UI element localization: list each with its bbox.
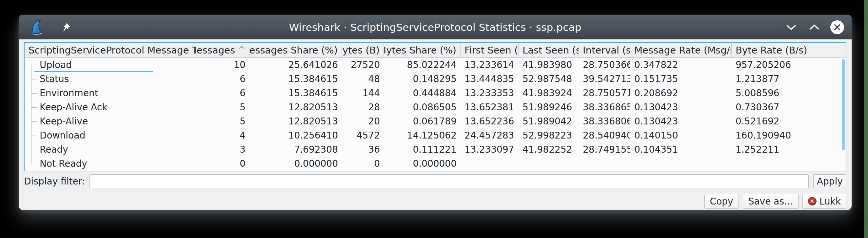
value-cell: 41.983980 xyxy=(519,58,579,72)
value-cell: 0.730367 xyxy=(732,100,841,114)
apply-button[interactable]: Apply xyxy=(813,174,846,188)
value-cell: 1.252211 xyxy=(732,142,841,157)
close-icon xyxy=(830,20,844,34)
column-header-label: ScriptingServiceProtocol Message Type xyxy=(29,45,195,56)
column-header-bytes-share[interactable]: Bytes Share (%) xyxy=(384,43,461,57)
value-cell: 12.820513 xyxy=(249,100,342,114)
column-header-label: Messages Share (%) xyxy=(249,45,338,56)
value-cell: 15.384615 xyxy=(249,86,342,100)
message-type-cell: Status xyxy=(25,72,195,86)
value-cell: 52.987548 xyxy=(519,72,579,86)
value-cell xyxy=(579,157,630,171)
value-cell: 13.444835 xyxy=(461,72,519,86)
value-cell: 0 xyxy=(342,157,384,171)
close-dialog-button[interactable]: ✕ Lukk xyxy=(802,194,846,209)
value-cell: 6 xyxy=(195,86,249,100)
save-as-button[interactable]: Save as... xyxy=(743,194,799,209)
value-cell: 0.208692 xyxy=(630,86,732,100)
table-row-environment[interactable]: Environment615.3846151440.44488413.23335… xyxy=(25,86,841,100)
value-cell: 160.190940 xyxy=(732,128,841,142)
scrollbar-handle[interactable] xyxy=(842,59,845,150)
column-header-label: Messages xyxy=(195,45,235,56)
value-cell xyxy=(732,157,841,171)
value-cell: 27520 xyxy=(342,58,384,72)
column-header-byte-rate-b-s[interactable]: Byte Rate (B/s) xyxy=(732,43,846,57)
value-cell: 0 xyxy=(195,157,249,171)
display-filter-row: Display filter: Apply xyxy=(24,174,846,188)
value-cell: 0.130423 xyxy=(630,114,732,128)
message-type-cell: Not Ready xyxy=(25,157,195,171)
value-cell: 41.983924 xyxy=(519,86,579,100)
value-cell: 5.008596 xyxy=(732,86,841,100)
value-cell: 15.384615 xyxy=(249,72,342,86)
value-cell xyxy=(519,157,579,171)
value-cell: 0.086505 xyxy=(384,100,461,114)
value-cell: 48 xyxy=(342,72,384,86)
value-cell: 0.347822 xyxy=(630,58,732,72)
value-cell: 28.750571 xyxy=(579,86,630,100)
value-cell: 4 xyxy=(195,128,249,142)
dialog-close-icon: ✕ xyxy=(808,197,816,206)
value-cell: 0.148295 xyxy=(384,72,461,86)
display-filter-label: Display filter: xyxy=(24,176,85,187)
value-cell: 28 xyxy=(342,100,384,114)
value-cell: 0.130423 xyxy=(630,100,732,114)
copy-button[interactable]: Copy xyxy=(705,194,739,209)
column-header-scriptingserviceprotocol-message-type[interactable]: ScriptingServiceProtocol Message Type xyxy=(25,43,195,57)
value-cell: 0.104351 xyxy=(630,142,732,157)
dialog-content: ScriptingServiceProtocol Message TypeMes… xyxy=(19,39,851,210)
value-cell: 13.233614 xyxy=(461,58,519,72)
table-row-ready[interactable]: Ready37.692308360.11122113.23309741.9822… xyxy=(25,142,841,157)
column-header-interval-s[interactable]: Interval (s) xyxy=(579,43,630,57)
value-cell: 36 xyxy=(342,142,384,157)
column-header-label: Interval (s) xyxy=(583,45,630,56)
column-header-messages-share[interactable]: Messages Share (%) xyxy=(249,43,342,57)
statistics-table: ScriptingServiceProtocol Message TypeMes… xyxy=(24,42,846,171)
column-header-message-rate-msg-s[interactable]: Message Rate (Msg/s) xyxy=(630,43,732,57)
table-rows: Upload1025.6410262752085.02224413.233614… xyxy=(25,58,841,171)
chevron-up-icon xyxy=(809,24,820,31)
display-filter-input[interactable] xyxy=(90,174,809,188)
close-window-button[interactable] xyxy=(830,20,844,34)
value-cell: 10.256410 xyxy=(249,128,342,142)
value-cell: 20 xyxy=(342,114,384,128)
value-cell: 38.336806 xyxy=(579,114,630,128)
value-cell: 51.989042 xyxy=(519,114,579,128)
message-type-cell: Upload xyxy=(25,58,195,72)
maximize-button[interactable] xyxy=(807,20,822,34)
value-cell: 14.125062 xyxy=(384,128,461,142)
value-cell: 28.750366 xyxy=(579,58,630,72)
table-row-upload[interactable]: Upload1025.6410262752085.02224413.233614… xyxy=(25,58,841,72)
column-header-bytes-b[interactable]: Bytes (B) xyxy=(342,43,384,57)
vertical-scrollbar[interactable] xyxy=(841,58,846,171)
sort-ascending-indicator: ^ xyxy=(238,45,245,54)
value-cell: 957.205206 xyxy=(732,58,841,72)
column-header-first-seen-s[interactable]: First Seen (s) xyxy=(461,43,519,57)
minimize-button[interactable] xyxy=(784,20,799,34)
value-cell: 0.061789 xyxy=(384,114,461,128)
table-header-row: ScriptingServiceProtocol Message TypeMes… xyxy=(25,43,846,58)
value-cell: 25.641026 xyxy=(249,58,342,72)
close-dialog-label: Lukk xyxy=(819,196,841,207)
table-row-download[interactable]: Download410.256410457214.12506224.457283… xyxy=(25,128,841,142)
table-row-keep-alive-ack[interactable]: Keep-Alive Ack512.820513280.08650513.652… xyxy=(25,100,841,114)
message-type-cell: Download xyxy=(25,128,195,142)
value-cell: 51.989246 xyxy=(519,100,579,114)
titlebar[interactable]: Wireshark · ScriptingServiceProtocol Sta… xyxy=(19,15,851,39)
column-header-last-seen-s[interactable]: Last Seen (s) xyxy=(519,43,579,57)
value-cell: 144 xyxy=(342,86,384,100)
value-cell: 5 xyxy=(195,114,249,128)
table-row-keep-alive[interactable]: Keep-Alive512.820513200.06178913.6522365… xyxy=(25,114,841,128)
value-cell: 24.457283 xyxy=(461,128,519,142)
column-header-label: Last Seen (s) xyxy=(523,45,579,56)
value-cell: 1.213877 xyxy=(732,72,841,86)
value-cell: 5 xyxy=(195,100,249,114)
column-header-messages[interactable]: Messages^ xyxy=(195,43,249,57)
value-cell: 0.000000 xyxy=(384,157,461,171)
message-type-cell: Environment xyxy=(25,86,195,100)
table-row-status[interactable]: Status615.384615480.14829513.44483552.98… xyxy=(25,72,841,86)
value-cell: 12.820513 xyxy=(249,114,342,128)
column-header-label: Bytes (B) xyxy=(342,45,380,56)
table-row-not-ready[interactable]: Not Ready00.00000000.000000 xyxy=(25,157,841,171)
value-cell: 4572 xyxy=(342,128,384,142)
